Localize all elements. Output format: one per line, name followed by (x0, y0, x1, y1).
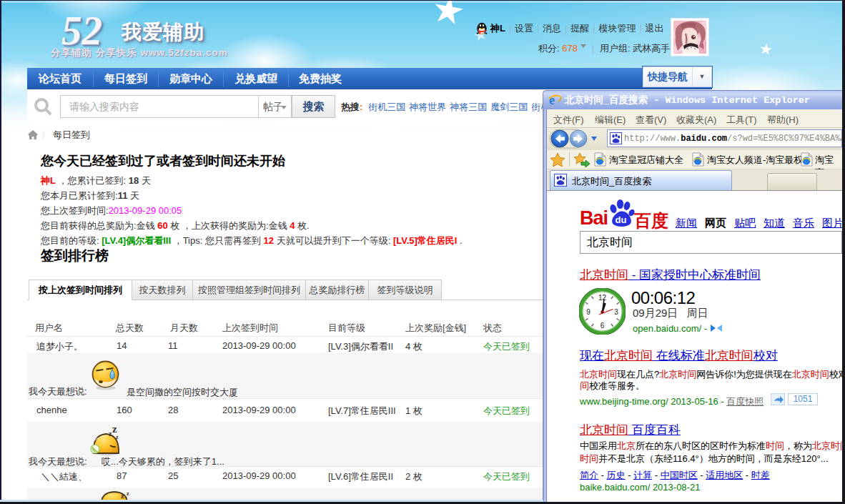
svg-text:du: du (616, 214, 627, 225)
svg-text:z: z (116, 434, 119, 440)
svg-text:z: z (112, 424, 117, 435)
svg-text:6: 6 (601, 322, 605, 330)
svg-text:z: z (121, 491, 124, 500)
svg-text:3: 3 (614, 308, 618, 316)
svg-text:9: 9 (586, 308, 590, 316)
svg-text:e: e (549, 93, 555, 107)
svg-text:z: z (109, 430, 112, 438)
svg-text:12: 12 (598, 294, 607, 302)
svg-text:z: z (127, 491, 129, 497)
